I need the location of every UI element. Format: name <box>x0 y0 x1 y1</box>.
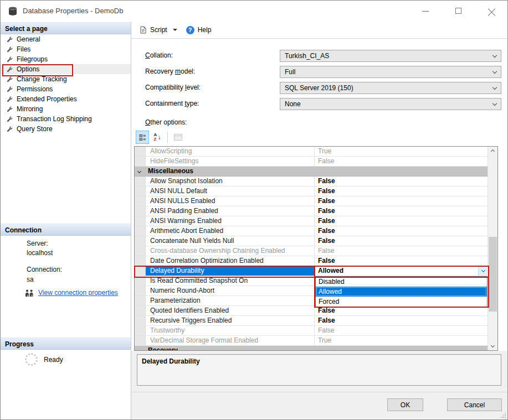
dropdown-option[interactable]: Allowed <box>316 287 487 297</box>
property-value-cell[interactable]: False <box>315 306 488 315</box>
resize-grip[interactable] <box>500 412 506 418</box>
property-grid: AllowScriptingTrueHideFileSettingsFalseM… <box>134 146 498 351</box>
property-value-cell[interactable]: False <box>315 316 488 325</box>
sidebar-item-permissions[interactable]: Permissions <box>1 84 131 94</box>
property-name-cell[interactable]: Allow Snapshot Isolation <box>146 177 315 186</box>
row-gutter <box>135 236 146 246</box>
property-value-cell[interactable]: False <box>315 256 488 266</box>
toolbar-separator <box>167 132 168 143</box>
sidebar-item-files[interactable]: Files <box>1 44 131 54</box>
dropdown-option[interactable]: Forced <box>316 297 487 307</box>
users-icon <box>25 289 34 297</box>
property-value-cell[interactable]: False <box>315 216 488 226</box>
property-value-cell[interactable]: False <box>315 206 488 216</box>
property-name-cell[interactable]: Delayed Durability <box>146 266 315 276</box>
combo-dropdown-button[interactable] <box>478 266 488 276</box>
property-value-cell[interactable]: True <box>315 336 488 345</box>
close-button[interactable] <box>479 1 504 22</box>
sidebar-item-general[interactable]: General <box>1 34 131 44</box>
row-gutter <box>135 286 146 295</box>
property-value-cell[interactable]: False <box>315 246 488 256</box>
categorized-button[interactable] <box>136 131 149 144</box>
server-label: Server: <box>27 240 48 247</box>
property-name-cell[interactable]: Arithmetic Abort Enabled <box>146 226 315 236</box>
sidebar-item-extended-properties[interactable]: Extended Properties <box>1 94 131 104</box>
sidebar-item-filegroups[interactable]: Filegroups <box>1 54 131 64</box>
alphabetical-sort-button[interactable]: AZ ↓ <box>151 131 164 144</box>
wrench-icon <box>6 86 13 92</box>
property-value-cell[interactable]: False <box>315 157 488 166</box>
property-value-cell[interactable]: False <box>315 226 488 236</box>
property-name-cell[interactable]: Parameterization <box>146 296 315 305</box>
property-name-cell[interactable]: ANSI NULLS Enabled <box>146 196 315 206</box>
script-button[interactable]: Script <box>137 23 179 37</box>
view-connection-properties[interactable]: View connection properties <box>25 289 118 297</box>
script-icon <box>139 26 147 34</box>
connection-header: Connection <box>1 224 131 236</box>
property-value-cell[interactable]: False <box>315 196 488 206</box>
row-gutter <box>135 296 146 305</box>
sidebar-item-label: Change Tracking <box>17 75 67 83</box>
sidebar-item-transaction-log-shipping[interactable]: Transaction Log Shipping <box>1 114 131 124</box>
property-name-cell[interactable]: ANSI NULL Default <box>146 186 315 196</box>
property-value-cell[interactable]: False <box>315 186 488 196</box>
scroll-up-button[interactable] <box>488 147 497 156</box>
property-name-cell[interactable]: Is Read Committed Snapshot On <box>146 276 315 286</box>
chevron-down-icon <box>492 53 497 57</box>
category-gutter[interactable] <box>135 346 146 350</box>
grid-row: ANSI NULL DefaultFalse <box>135 186 488 196</box>
chevron-down-icon <box>481 268 485 272</box>
property-value-cell[interactable]: True <box>315 147 488 156</box>
property-name-cell[interactable]: HideFileSettings <box>146 157 315 166</box>
property-name-cell[interactable]: VarDecimal Storage Format Enabled <box>146 336 315 345</box>
property-name-cell[interactable]: Date Correlation Optimization Enabled <box>146 256 315 266</box>
view-connection-properties-link[interactable]: View connection properties <box>38 289 118 297</box>
collation-value: Turkish_CI_AS <box>285 52 329 60</box>
maximize-button[interactable] <box>446 1 471 22</box>
property-name-cell[interactable]: Concatenate Null Yields Null <box>146 236 315 246</box>
property-value-cell[interactable]: False <box>315 326 488 335</box>
containment-type-select[interactable]: None <box>280 98 501 110</box>
minimize-button[interactable] <box>413 1 438 22</box>
recovery-model-select[interactable]: Full <box>280 66 501 78</box>
grid-row: Delayed DurabilityAllowed <box>135 266 488 276</box>
collation-select[interactable]: Turkish_CI_AS <box>280 50 501 62</box>
sidebar-item-mirroring[interactable]: Mirroring <box>1 104 131 114</box>
grid-row: Cross-database Ownership Chaining Enable… <box>135 246 488 256</box>
property-value-cell[interactable]: Allowed <box>315 266 488 276</box>
sidebar-item-change-tracking[interactable]: Change Tracking <box>1 74 131 84</box>
property-name-cell[interactable]: Numeric Round-Abort <box>146 286 315 295</box>
dropdown-option[interactable]: Disabled <box>316 277 487 287</box>
grid-row: AllowScriptingTrue <box>135 147 488 157</box>
scroll-down-button[interactable] <box>488 341 497 350</box>
property-name-cell[interactable]: AllowScripting <box>146 147 315 156</box>
titlebar: Database Properties - DemoDb <box>1 1 507 22</box>
grid-row: ANSI Warnings EnabledFalse <box>135 216 488 226</box>
cancel-button[interactable]: Cancel <box>447 398 502 411</box>
property-value-cell[interactable]: False <box>315 236 488 246</box>
sidebar-item-query-store[interactable]: Query Store <box>1 124 131 134</box>
property-name-cell[interactable]: Cross-database Ownership Chaining Enable… <box>146 246 315 256</box>
sidebar-item-options[interactable]: Options <box>1 64 131 74</box>
database-properties-dialog: Database Properties - DemoDb Select a pa… <box>0 0 508 420</box>
footer-divider <box>131 392 507 392</box>
sidebar-item-label: Filegroups <box>17 55 48 63</box>
ok-button[interactable]: OK <box>387 398 423 411</box>
property-name-cell[interactable]: Quoted Identifiers Enabled <box>146 306 315 315</box>
compatibility-level-select[interactable]: SQL Server 2019 (150) <box>280 82 501 94</box>
property-name-cell[interactable]: Trustworthy <box>146 326 315 335</box>
property-name-cell[interactable]: ANSI Padding Enabled <box>146 206 315 216</box>
row-gutter <box>135 157 146 166</box>
property-name-cell[interactable]: ANSI Warnings Enabled <box>146 216 315 226</box>
property-pages-button[interactable] <box>171 131 184 144</box>
property-name-cell[interactable]: Recursive Triggers Enabled <box>146 316 315 325</box>
bottom-zone: Delayed Durability OK Cancel <box>131 351 507 419</box>
row-gutter <box>135 196 146 206</box>
scrollbar-thumb[interactable] <box>489 237 497 312</box>
sidebar-item-label: Options <box>17 65 39 73</box>
help-button[interactable]: ? Help <box>184 23 214 37</box>
category-gutter[interactable] <box>135 167 146 176</box>
property-value-cell[interactable]: False <box>315 177 488 186</box>
row-gutter <box>135 206 146 216</box>
grid-scrollbar[interactable] <box>488 147 497 350</box>
